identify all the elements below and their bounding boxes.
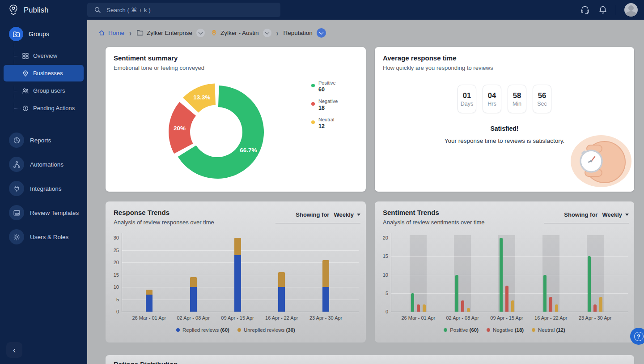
donut-percent-label: 13.3% bbox=[193, 94, 210, 101]
sidebar-item-label: Group users bbox=[33, 87, 65, 94]
bar-positive[interactable] bbox=[588, 256, 591, 312]
app-title: Publish bbox=[24, 6, 49, 14]
bar-replied-reviews[interactable] bbox=[190, 287, 197, 312]
legend-item-positive[interactable]: Positive (60) bbox=[444, 327, 479, 333]
breadcrumb-business[interactable]: Zylker - Austin bbox=[211, 30, 259, 36]
breadcrumb-group[interactable]: Zylker Enterprise bbox=[136, 29, 192, 36]
gridline bbox=[122, 275, 359, 275]
topbar-actions bbox=[580, 0, 638, 20]
help-button[interactable]: ? bbox=[630, 328, 644, 345]
bar-unreplied-reviews[interactable] bbox=[234, 238, 241, 255]
sidebar-item-overview[interactable]: Overview bbox=[4, 47, 84, 64]
bar-negative[interactable] bbox=[417, 304, 420, 312]
card-title: Average response time bbox=[383, 54, 493, 62]
period-value: Weekly bbox=[334, 211, 354, 218]
bar-positive[interactable] bbox=[543, 275, 547, 312]
y-tick: 0 bbox=[375, 309, 388, 314]
users-roles-gear-icon bbox=[9, 229, 24, 244]
bar-unreplied-reviews[interactable] bbox=[322, 260, 329, 287]
donut-percent-label: 66.7% bbox=[240, 147, 257, 154]
sidebar-item-pending-actions[interactable]: Pending Actions bbox=[4, 100, 84, 116]
sidebar-item-label: Reports bbox=[30, 137, 51, 144]
sentiment-donut-chart[interactable]: 66.7%20%13.3% bbox=[164, 78, 271, 186]
bar-negative[interactable] bbox=[593, 304, 597, 312]
topbar-divider bbox=[616, 5, 616, 15]
y-tick: 5 bbox=[375, 291, 388, 296]
bar-replied-reviews[interactable] bbox=[278, 287, 285, 312]
legend-label: Replied reviews (60) bbox=[182, 327, 229, 333]
legend-item-neutral[interactable]: Neutral (12) bbox=[532, 327, 565, 333]
sidebar-item-automations[interactable]: Automations bbox=[0, 152, 87, 176]
sidebar-item-label: Pending Actions bbox=[33, 105, 75, 111]
legend-item-negative[interactable]: Negative (18) bbox=[487, 327, 524, 333]
bar-neutral[interactable] bbox=[423, 304, 426, 312]
bar-unreplied-reviews[interactable] bbox=[278, 272, 285, 287]
page-dropdown-chevron[interactable] bbox=[317, 28, 326, 38]
bar-neutral[interactable] bbox=[555, 304, 558, 312]
bar-positive[interactable] bbox=[411, 293, 414, 312]
group-dropdown-chevron[interactable] bbox=[196, 29, 205, 37]
notifications-bell-icon[interactable] bbox=[598, 5, 608, 15]
sidebar-item-groups[interactable]: Groups bbox=[0, 20, 87, 46]
main-content: Home › Zylker Enterprise Zylker - Austin… bbox=[87, 20, 644, 364]
x-axis-label: 23 Apr - 30 Apr bbox=[571, 315, 620, 321]
group-band bbox=[410, 235, 427, 312]
sidebar-item-group-users[interactable]: Group users bbox=[4, 82, 84, 99]
x-axis-label: 09 Apr - 15 Apr bbox=[482, 315, 531, 321]
search-icon bbox=[94, 6, 101, 13]
response-trends-period-dropdown[interactable]: Showing forWeekly bbox=[275, 211, 360, 223]
bar-neutral[interactable] bbox=[511, 300, 514, 312]
bar-positive[interactable] bbox=[455, 275, 458, 312]
search-input[interactable]: Search ( ⌘ + k ) bbox=[87, 3, 280, 17]
legend-label: Neutral bbox=[318, 117, 334, 122]
bar-neutral[interactable] bbox=[599, 297, 602, 312]
gridline bbox=[122, 262, 359, 263]
sidebar-collapse-button[interactable]: ‹ bbox=[6, 342, 22, 358]
legend-label: Unreplied reviews (30) bbox=[244, 327, 295, 333]
y-tick: 25 bbox=[106, 248, 119, 253]
sidebar-item-integrations[interactable]: Integrations bbox=[0, 176, 87, 201]
y-tick: 0 bbox=[106, 309, 119, 314]
sidebar-item-label: Overview bbox=[33, 52, 57, 59]
legend-item-unreplied-reviews[interactable]: Unreplied reviews (30) bbox=[237, 327, 295, 333]
y-tick: 5 bbox=[106, 297, 119, 302]
legend-item-replied-reviews[interactable]: Replied reviews (60) bbox=[176, 327, 229, 333]
legend-label: Negative (18) bbox=[493, 327, 524, 333]
bar-unreplied-reviews[interactable] bbox=[146, 290, 153, 295]
breadcrumb-home[interactable]: Home bbox=[98, 30, 124, 36]
sidebar-item-review-templates[interactable]: Review Templates bbox=[0, 201, 87, 225]
bar-negative[interactable] bbox=[461, 300, 464, 312]
bar-unreplied-reviews[interactable] bbox=[190, 277, 197, 287]
breadcrumb: Home › Zylker Enterprise Zylker - Austin… bbox=[98, 25, 326, 40]
gridline bbox=[122, 300, 359, 300]
business-dropdown-chevron[interactable] bbox=[263, 29, 271, 37]
sidebar-item-businesses[interactable]: Businesses bbox=[4, 65, 84, 81]
support-headset-icon[interactable] bbox=[580, 5, 590, 15]
bar-replied-reviews[interactable] bbox=[322, 287, 329, 312]
sidebar-menu: Reports Automations Integrations Review … bbox=[0, 128, 87, 249]
group-band bbox=[498, 235, 515, 312]
sidebar-item-reports[interactable]: Reports bbox=[0, 128, 87, 152]
bar-positive[interactable] bbox=[500, 238, 503, 312]
breadcrumb-label: Zylker - Austin bbox=[220, 30, 259, 36]
breadcrumb-label: Reputation bbox=[284, 30, 313, 36]
bar-replied-reviews[interactable] bbox=[146, 295, 153, 312]
legend-dot bbox=[311, 84, 315, 87]
chevron-down-icon bbox=[625, 214, 629, 216]
avatar[interactable] bbox=[624, 3, 638, 17]
bar-negative[interactable] bbox=[505, 286, 508, 312]
legend-item-positive[interactable]: Positive 60 bbox=[311, 80, 338, 93]
sidebar-item-users-roles[interactable]: Users & Roles bbox=[0, 225, 87, 249]
sentiment-trends-period-dropdown[interactable]: Showing forWeekly bbox=[544, 211, 629, 223]
bar-neutral[interactable] bbox=[467, 308, 470, 312]
bar-negative[interactable] bbox=[549, 297, 552, 312]
bar-replied-reviews[interactable] bbox=[234, 255, 241, 312]
legend-item-negative[interactable]: Negative 18 bbox=[311, 98, 338, 111]
breadcrumb-page[interactable]: Reputation bbox=[284, 30, 313, 36]
breadcrumb-label: Zylker Enterprise bbox=[147, 30, 192, 36]
hand-holding-stopwatch-illustration bbox=[565, 132, 632, 191]
unit-value: 04 bbox=[488, 91, 496, 100]
legend-item-neutral[interactable]: Neutral 12 bbox=[311, 117, 338, 129]
y-tick: 10 bbox=[106, 284, 119, 290]
legend-dot bbox=[237, 328, 241, 332]
